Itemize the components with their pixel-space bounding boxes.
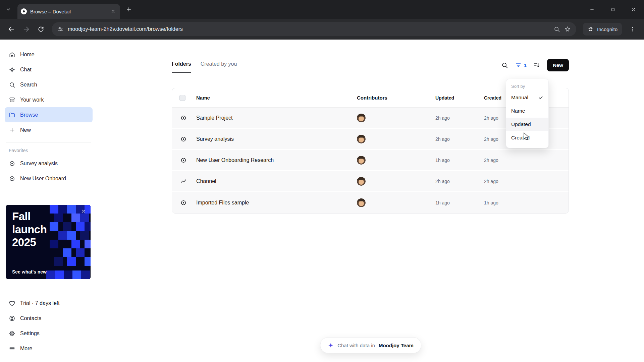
row-updated: 1h ago: [433, 200, 481, 205]
sort-option-label: Updated: [511, 121, 531, 127]
sort-option-label: Manual: [511, 95, 528, 101]
favorite-item-new-user-onboarding[interactable]: New User Onboard...: [5, 171, 93, 186]
promo-cta-link[interactable]: See what's new: [12, 269, 47, 275]
sidebar-item-contacts[interactable]: Contacts: [5, 311, 93, 326]
chat-pill-team: Moodjoy Team: [379, 343, 414, 348]
new-tab-button[interactable]: [123, 4, 134, 15]
sidebar-item-settings[interactable]: Settings: [5, 326, 93, 341]
back-button[interactable]: [5, 22, 18, 36]
zoom-icon[interactable]: [553, 26, 560, 33]
row-updated: 2h ago: [433, 179, 481, 184]
tab-folders[interactable]: Folders: [172, 61, 191, 73]
address-bar[interactable]: moodjoy-team-2h2v.dovetail.com/browse/fo…: [52, 22, 576, 36]
sidebar-item-label: Search: [20, 82, 37, 88]
sidebar-item-search[interactable]: Search: [5, 77, 93, 92]
folder-icon: [9, 112, 15, 118]
column-header-contributors[interactable]: Contributors: [352, 95, 433, 101]
incognito-icon: [587, 26, 594, 33]
sort-option-label: Created: [511, 135, 530, 141]
chat-with-data-button[interactable]: Chat with data in Moodjoy Team: [320, 337, 421, 353]
sidebar-item-label: New: [20, 127, 31, 133]
bookmark-star-icon[interactable]: [564, 26, 571, 33]
sidebar-item-label: Your work: [20, 97, 44, 103]
sidebar-item-home[interactable]: Home: [5, 47, 93, 62]
avatar[interactable]: [357, 156, 366, 165]
sort-option-created[interactable]: Created: [506, 131, 548, 144]
sidebar: Home Chat Search Your work Browse New Fa…: [0, 40, 97, 362]
browser-toolbar: moodjoy-team-2h2v.dovetail.com/browse/fo…: [0, 19, 644, 40]
sparkle-icon: [328, 342, 334, 348]
sidebar-item-browse[interactable]: Browse: [5, 107, 93, 122]
sidebar-item-new[interactable]: New: [5, 122, 93, 137]
filter-count-badge: 1: [524, 62, 527, 68]
avatar[interactable]: [357, 177, 366, 186]
row-name: Survey analysis: [194, 136, 352, 142]
sort-option-updated[interactable]: Updated: [506, 118, 548, 131]
sort-menu: Sort by Manual Name Updated Created: [506, 79, 549, 148]
heart-icon: [9, 300, 15, 307]
target-icon: [180, 115, 187, 121]
favorites-label: Favorites: [9, 148, 89, 153]
sidebar-item-label: Trial · 7 days left: [20, 300, 60, 306]
sparkle-icon: [9, 66, 15, 73]
sort-button[interactable]: [533, 62, 540, 69]
promo-card[interactable]: Fall launch 2025 See what's new: [6, 205, 91, 279]
column-header-name[interactable]: Name: [194, 95, 352, 101]
sidebar-item-your-work[interactable]: Your work: [5, 92, 93, 107]
filter-button[interactable]: 1: [515, 62, 527, 69]
forward-button[interactable]: [19, 22, 33, 36]
minimize-icon: [589, 7, 595, 12]
table-row[interactable]: Imported Files sample 1h ago 1h ago: [172, 192, 569, 213]
row-updated: 2h ago: [433, 136, 481, 142]
search-icon: [9, 81, 15, 88]
avatar[interactable]: [357, 198, 366, 207]
close-window-button[interactable]: [623, 0, 644, 19]
browser-tab[interactable]: Browse – Dovetail: [17, 4, 120, 19]
target-icon: [180, 157, 187, 164]
browser-menu-button[interactable]: [626, 22, 639, 36]
table-row[interactable]: New User Onboarding Research 1h ago 2h a…: [172, 150, 569, 171]
incognito-badge[interactable]: Incognito: [583, 23, 622, 36]
favorite-item-label: Survey analysis: [20, 161, 58, 167]
sidebar-item-label: More: [20, 346, 32, 352]
main-panel: Folders Created by you 1 New: [97, 40, 644, 362]
reload-button[interactable]: [34, 22, 48, 36]
minimize-button[interactable]: [582, 0, 602, 19]
sidebar-item-label: Contacts: [20, 315, 41, 321]
favorite-item-survey-analysis[interactable]: Survey analysis: [5, 156, 93, 171]
check-icon: [538, 95, 543, 100]
plus-icon: [126, 6, 132, 12]
sidebar-item-trial[interactable]: Trial · 7 days left: [5, 296, 93, 311]
sort-option-label: Name: [511, 108, 525, 114]
plus-icon: [9, 127, 15, 133]
tab-search-button[interactable]: [3, 4, 14, 15]
close-icon: [81, 209, 86, 214]
tab-created-by-you[interactable]: Created by you: [201, 61, 237, 73]
window-controls: [582, 0, 644, 19]
row-created: 1h ago: [481, 200, 569, 205]
target-icon: [9, 175, 15, 182]
tab-close-button[interactable]: [109, 8, 117, 15]
chart-icon: [180, 178, 187, 185]
site-settings-icon[interactable]: [57, 26, 64, 33]
table-row[interactable]: Channel 2h ago 2h ago: [172, 171, 569, 192]
sort-menu-label: Sort by: [506, 82, 548, 91]
promo-close-button[interactable]: [80, 207, 87, 215]
url-text[interactable]: moodjoy-team-2h2v.dovetail.com/browse/fo…: [68, 26, 549, 32]
search-button[interactable]: [501, 62, 508, 69]
view-tabs: Folders Created by you: [172, 61, 237, 73]
maximize-button[interactable]: [602, 0, 623, 19]
close-icon: [111, 9, 115, 14]
sidebar-item-chat[interactable]: Chat: [5, 62, 93, 77]
new-button[interactable]: New: [547, 59, 569, 71]
target-icon: [9, 160, 15, 167]
avatar[interactable]: [357, 114, 366, 122]
sidebar-item-more[interactable]: More: [5, 341, 93, 356]
person-icon: [9, 315, 15, 322]
column-header-updated[interactable]: Updated: [433, 95, 481, 101]
select-all-checkbox[interactable]: [179, 95, 185, 101]
sort-option-name[interactable]: Name: [506, 104, 548, 118]
avatar[interactable]: [357, 135, 366, 143]
target-icon: [180, 199, 187, 206]
sort-option-manual[interactable]: Manual: [506, 91, 548, 104]
